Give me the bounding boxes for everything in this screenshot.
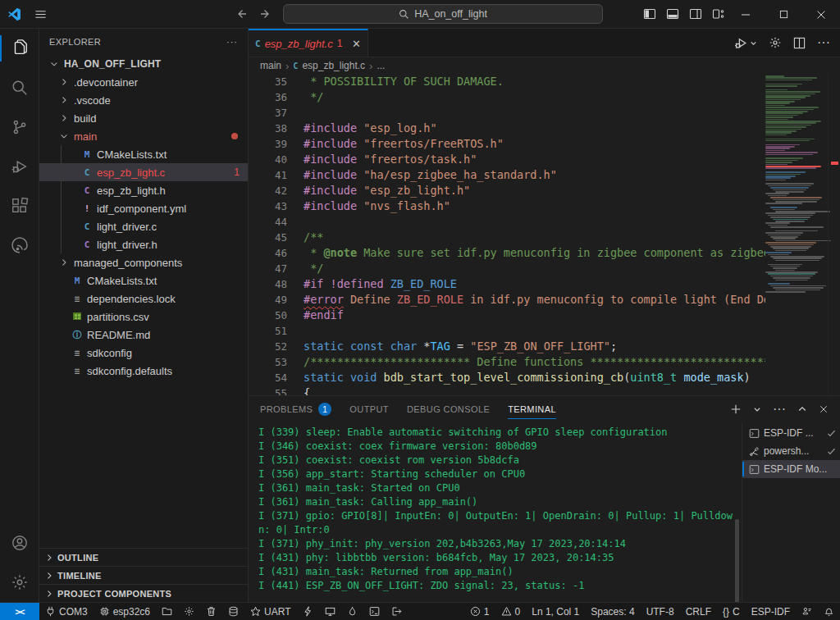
- status-problems-errors[interactable]: 1: [464, 603, 495, 620]
- token: Define: [344, 293, 397, 306]
- tree-item--vscode[interactable]: .vscode: [39, 91, 248, 109]
- toggle-sidebar-icon[interactable]: [643, 7, 656, 21]
- run-debug-icon[interactable]: [0, 147, 39, 186]
- status-cursor-position[interactable]: Ln 1, Col 1: [526, 603, 585, 620]
- tree-item-label: esp_zb_light.h: [97, 185, 166, 197]
- close-panel-icon[interactable]: [819, 404, 829, 414]
- token: #include: [304, 184, 357, 197]
- espressif-icon[interactable]: [0, 226, 39, 265]
- minimap[interactable]: [765, 74, 828, 395]
- status-eol[interactable]: CRLF: [680, 603, 717, 620]
- status-language-mode[interactable]: {}C: [717, 603, 746, 620]
- minimap-line: [765, 80, 812, 81]
- tree-item-light-driver-h[interactable]: Clight_driver.h: [39, 235, 248, 253]
- tree-item-label: managed_components: [74, 257, 182, 269]
- status-flash-method[interactable]: UART: [244, 603, 296, 620]
- panel-more-actions-icon[interactable]: ···: [773, 402, 786, 417]
- status-feedback[interactable]: [796, 603, 818, 620]
- settings-gear-icon[interactable]: [0, 563, 39, 602]
- tab-close-icon[interactable]: ✕: [352, 38, 361, 50]
- source-control-icon[interactable]: [0, 107, 39, 147]
- tree-item-sdkconfig-defaults[interactable]: ≡sdkconfig.defaults: [39, 362, 248, 380]
- status-indentation[interactable]: Spaces: 4: [585, 603, 640, 620]
- section-project-components[interactable]: PROJECT COMPONENTS: [39, 584, 248, 602]
- section-outline[interactable]: OUTLINE: [39, 548, 248, 566]
- breadcrumb-item[interactable]: main: [260, 60, 281, 71]
- tree-item-build[interactable]: build: [39, 109, 248, 127]
- tree-item-main[interactable]: main: [39, 127, 248, 145]
- code-text: static const char *TAG = "ESP_ZB_ON_OFF_…: [287, 339, 617, 354]
- tab-esp-zb-light[interactable]: C esp_zb_light.c 1 ✕: [249, 29, 368, 57]
- panel-tab-problems[interactable]: PROBLEMS1: [260, 396, 331, 422]
- tree-item-managed-components[interactable]: managed_components: [39, 253, 248, 271]
- terminal-item-powersh-[interactable]: powersh...: [742, 442, 840, 460]
- minimap-line: [765, 77, 817, 79]
- code-text: #include "freertos/FreeRTOS.h": [287, 136, 504, 152]
- panel-tab-debug-console[interactable]: DEBUG CONSOLE: [407, 396, 490, 422]
- terminal-item-esp-idf-[interactable]: ESP-IDF ...: [742, 424, 840, 442]
- nav-forward-icon[interactable]: [259, 7, 272, 21]
- toggle-secondary-sidebar-icon[interactable]: [689, 7, 702, 21]
- tree-item--devcontainer[interactable]: .devcontainer: [39, 73, 248, 91]
- status-select-project[interactable]: [156, 603, 178, 620]
- tree-item-sdkconfig[interactable]: ≡sdkconfig: [39, 344, 248, 362]
- status-build-flash-monitor[interactable]: [341, 603, 363, 620]
- new-terminal-icon[interactable]: [730, 403, 742, 415]
- section-timeline[interactable]: TIMELINE: [39, 566, 248, 584]
- status-serial-port[interactable]: COM3: [39, 603, 94, 620]
- extensions-icon[interactable]: [0, 186, 39, 226]
- breadcrumb-item[interactable]: esp_zb_light.c: [302, 60, 365, 71]
- line-number: 46: [249, 245, 287, 261]
- status-esp-idf-version[interactable]: ESP-IDF: [746, 603, 796, 620]
- status-execute-task[interactable]: [386, 603, 408, 620]
- status-full-clean[interactable]: [200, 603, 222, 620]
- run-debug-file-icon[interactable]: [734, 36, 757, 50]
- search-icon[interactable]: [0, 68, 39, 107]
- terminal-line: I (371) gpio: GPIO[8]| InputEn: 0| Outpu…: [258, 509, 742, 523]
- customize-layout-icon[interactable]: [712, 7, 725, 21]
- tree-item-partitions-csv[interactable]: partitions.csv: [39, 308, 248, 326]
- terminal-output[interactable]: I (339) sleep: Enable automatic switchin…: [249, 422, 742, 603]
- breadcrumb-item[interactable]: ...: [377, 60, 385, 71]
- tree-item-cmakelists-txt[interactable]: MCMakeLists.txt: [39, 145, 248, 163]
- nav-back-icon[interactable]: [235, 7, 248, 21]
- menu-icon[interactable]: [28, 8, 52, 21]
- tree-item-ha-on-off-light[interactable]: HA_ON_OFF_LIGHT: [39, 55, 248, 73]
- tree-item-esp-zb-light-h[interactable]: Cesp_zb_light.h: [39, 181, 248, 199]
- status-erase-flash[interactable]: [222, 603, 244, 620]
- explorer-more-actions-icon[interactable]: ···: [226, 37, 238, 47]
- split-editor-icon[interactable]: [793, 37, 806, 49]
- status-flash-device[interactable]: [297, 603, 319, 620]
- editor-settings-gear-icon[interactable]: [769, 36, 782, 49]
- code-editor[interactable]: 35 * POSSIBILITY OF SUCH DAMAGE.36 */373…: [249, 74, 840, 395]
- terminal-item-esp-idf-mo-[interactable]: ESP-IDF Mo...: [742, 460, 840, 478]
- tree-item-readme-md[interactable]: ⓘREADME.md: [39, 326, 248, 344]
- tree-item-light-driver-c[interactable]: Clight_driver.c: [39, 217, 248, 235]
- line-number: 49: [249, 292, 287, 308]
- command-center-search[interactable]: HA_on_off_light: [283, 4, 603, 24]
- tree-item-esp-zb-light-c[interactable]: Cesp_zb_light.c1: [39, 163, 248, 181]
- tree-item-cmakelists-txt[interactable]: MCMakeLists.txt: [39, 271, 248, 289]
- terminal-scrollbar[interactable]: [735, 519, 739, 609]
- tree-item-dependencies-lock[interactable]: ≡dependencies.lock: [39, 289, 248, 308]
- status-encoding[interactable]: UTF-8: [641, 603, 680, 620]
- status-problems-warnings[interactable]: 0: [495, 603, 527, 620]
- explorer-icon[interactable]: [0, 29, 39, 68]
- close-button[interactable]: [802, 0, 840, 29]
- status-notifications[interactable]: [818, 603, 840, 620]
- tree-item-idf-component-yml[interactable]: !idf_component.yml: [39, 199, 248, 217]
- remote-indicator[interactable]: ><: [0, 603, 39, 620]
- status-sdk-config[interactable]: [178, 603, 200, 620]
- account-icon[interactable]: [0, 523, 39, 563]
- maximize-button[interactable]: [765, 0, 802, 29]
- maximize-panel-icon[interactable]: [797, 404, 807, 414]
- terminal-dropdown-icon[interactable]: [753, 405, 761, 413]
- editor-more-actions-icon[interactable]: ···: [817, 35, 830, 50]
- toggle-panel-icon[interactable]: [666, 7, 679, 21]
- status-monitor-device[interactable]: [319, 603, 341, 620]
- status-open-terminal[interactable]: [363, 603, 386, 620]
- status-device-target[interactable]: esp32c6: [94, 603, 156, 620]
- minimize-button[interactable]: [727, 0, 765, 29]
- panel-tab-output[interactable]: OUTPUT: [349, 396, 389, 422]
- panel-tab-terminal[interactable]: TERMINAL: [508, 396, 556, 422]
